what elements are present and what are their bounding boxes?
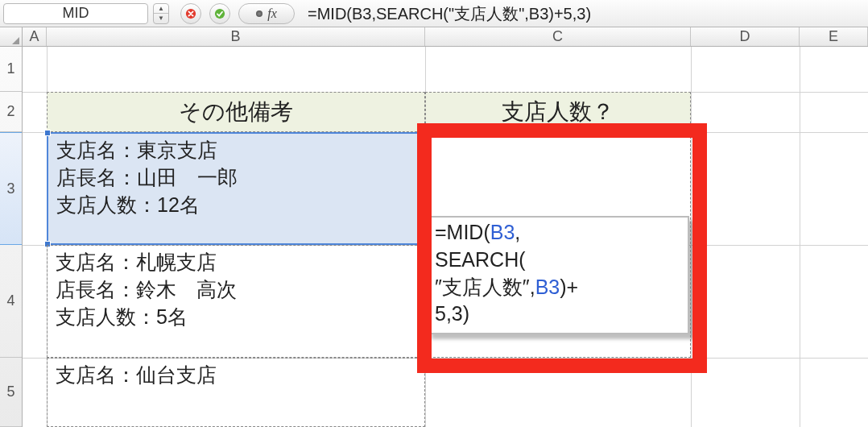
cell-b4[interactable]: 支店名：札幌支店 店長名：鈴木 高次 支店人数：5名 (47, 245, 425, 358)
name-box-stepper[interactable]: ▲ ▼ (153, 3, 169, 24)
sheet: A B C D E 1 2 3 4 5 その他備考 支店人数？ (0, 27, 868, 427)
col-header-d[interactable]: D (691, 27, 800, 46)
cell-b2[interactable]: その他備考 (47, 92, 425, 132)
formula-toolbar: MID ▲ ▼ fx =MID(B3,SEARCH("支店人数",B3)+5,3… (0, 0, 868, 27)
cell-grid[interactable]: その他備考 支店人数？ 支店名：東京支店 店長名：山田 一郎 支店人数：12名 … (23, 47, 868, 427)
cell-c2[interactable]: 支店人数？ (425, 92, 691, 132)
col-header-c[interactable]: C (425, 27, 691, 46)
row-header-4[interactable]: 4 (0, 245, 22, 358)
cell-b3[interactable]: 支店名：東京支店 店長名：山田 一郎 支店人数：12名 (47, 132, 425, 245)
col-header-b[interactable]: B (47, 27, 425, 46)
confirm-button[interactable] (209, 3, 230, 24)
svg-point-1 (215, 8, 225, 18)
row-headers: 1 2 3 4 5 (0, 47, 23, 427)
cancel-button[interactable] (180, 3, 201, 24)
row-header-2[interactable]: 2 (0, 92, 22, 132)
fx-icon: fx (267, 6, 277, 21)
stepper-up-icon[interactable]: ▲ (154, 4, 168, 15)
cell-c3-editor[interactable]: =MID(B3, SEARCH( ″支店人数″,B3)+ 5,3) (427, 216, 689, 334)
confirm-icon (214, 8, 225, 19)
select-all-corner[interactable] (0, 27, 23, 46)
col-header-e[interactable]: E (800, 27, 868, 46)
cell-b5[interactable]: 支店名：仙台支店 (47, 358, 425, 427)
col-header-a[interactable]: A (23, 27, 47, 46)
stepper-down-icon[interactable]: ▼ (154, 14, 168, 23)
row-header-3[interactable]: 3 (0, 132, 22, 245)
name-box[interactable]: MID (3, 3, 148, 24)
row-header-5[interactable]: 5 (0, 358, 22, 427)
formula-input[interactable]: =MID(B3,SEARCH("支店人数",B3)+5,3) (303, 3, 865, 24)
selection-handle[interactable] (422, 130, 428, 136)
selection-handle[interactable] (44, 130, 51, 136)
fx-dot-icon (256, 10, 262, 17)
column-headers: A B C D E (0, 27, 868, 47)
row-header-1[interactable]: 1 (0, 47, 22, 92)
fx-button[interactable]: fx (238, 3, 295, 24)
cancel-icon (185, 8, 196, 19)
